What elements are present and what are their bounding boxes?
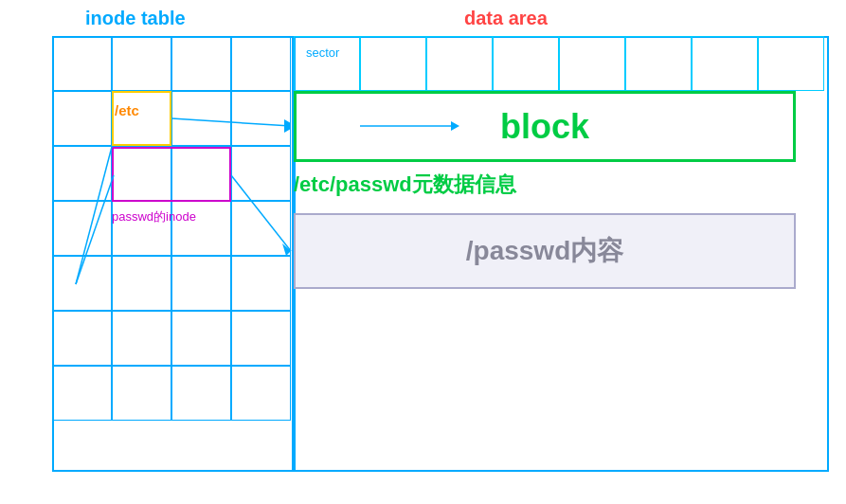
grid-row-1 (52, 36, 294, 91)
grid-cell (231, 146, 291, 201)
content-label: /passwd内容 (466, 233, 623, 269)
grid-row-6 (52, 311, 294, 366)
grid-row-5 (52, 256, 294, 311)
grid-cell (231, 366, 291, 421)
inode-table-label: inode table (85, 8, 186, 29)
diagram-container: inode table data area (0, 0, 846, 504)
grid-row-7 (52, 366, 294, 421)
sector-cell (625, 36, 692, 91)
grid-cell (171, 36, 231, 91)
grid-cell (52, 36, 112, 91)
grid-cell (112, 366, 171, 421)
grid-cell (52, 146, 112, 201)
passwd-inode-label: passwd的inode (112, 208, 196, 225)
sector-cell (426, 36, 493, 91)
grid-cell (52, 256, 112, 311)
grid-cell (231, 201, 291, 256)
sector-cell (692, 36, 758, 91)
grid-cell (171, 91, 231, 146)
grid-cell (52, 366, 112, 421)
grid-cell (231, 256, 291, 311)
sector-cell (360, 36, 426, 91)
grid-cell (231, 36, 291, 91)
sector-cell (559, 36, 625, 91)
sector-cell (493, 36, 559, 91)
data-area-label: data area (464, 8, 548, 29)
grid-cell (52, 91, 112, 146)
sector-label: sector (306, 45, 339, 60)
etc-cell (112, 91, 171, 146)
sector-cell (294, 36, 360, 91)
passwd-inode-cell (112, 147, 231, 202)
block-label: block (500, 107, 589, 147)
grid-cell (171, 366, 231, 421)
inode-grid (52, 36, 294, 421)
grid-cell (112, 36, 171, 91)
metadata-label: /etc/passwd元数据信息 (294, 171, 516, 199)
grid-cell (52, 311, 112, 366)
grid-cell (52, 201, 112, 256)
etc-label: /etc (115, 102, 139, 118)
grid-cell (231, 91, 291, 146)
grid-cell (112, 311, 171, 366)
grid-cell (171, 311, 231, 366)
grid-row-2 (52, 91, 294, 146)
sector-cell (758, 36, 824, 91)
grid-cell (231, 311, 291, 366)
sector-grid (294, 36, 824, 91)
block-box: block (294, 91, 796, 162)
content-box: /passwd内容 (294, 213, 796, 289)
grid-cell (171, 256, 231, 311)
grid-cell (112, 256, 171, 311)
